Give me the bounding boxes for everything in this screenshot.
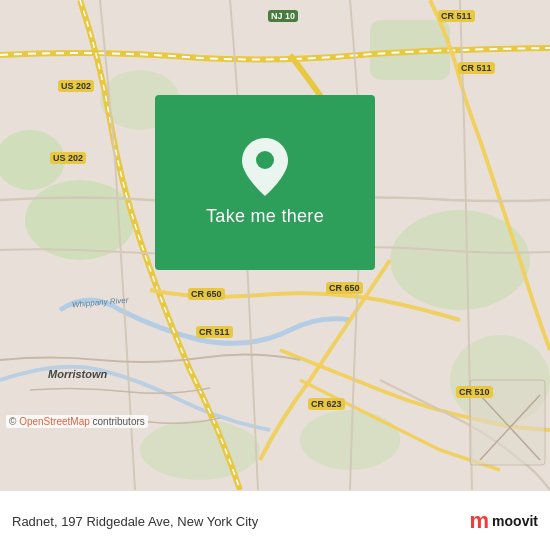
moovit-brand-name: moovit: [492, 513, 538, 529]
map-attribution: © OpenStreetMap contributors: [6, 415, 148, 428]
svg-point-12: [256, 151, 274, 169]
road-label-cr511-bot: CR 511: [196, 326, 233, 338]
moovit-m-letter: m: [470, 508, 490, 534]
openstreetmap-link: OpenStreetMap: [19, 416, 90, 427]
svg-point-7: [140, 420, 260, 480]
road-label-us202-top: US 202: [58, 80, 94, 92]
road-label-cr511-top: CR 511: [438, 10, 475, 22]
road-label-us202-mid: US 202: [50, 152, 86, 164]
road-label-cr510: CR 510: [456, 386, 493, 398]
map-container: NJ 10 NJ 10 CR 511 CR 511 US 202 US 202 …: [0, 0, 550, 490]
address-text: Radnet, 197 Ridgedale Ave, New York City: [12, 514, 258, 529]
location-pin-icon: [240, 138, 290, 198]
take-me-there-button[interactable]: Take me there: [206, 206, 324, 227]
road-label-cr511-right: CR 511: [458, 62, 495, 74]
road-label-nj10-top: NJ 10: [268, 10, 298, 22]
city-label-morristown: Morristown: [48, 368, 107, 380]
address-container: Radnet, 197 Ridgedale Ave, New York City: [12, 512, 470, 530]
take-me-there-panel[interactable]: Take me there: [155, 95, 375, 270]
bottom-bar: Radnet, 197 Ridgedale Ave, New York City…: [0, 490, 550, 550]
moovit-logo: m moovit: [470, 508, 538, 534]
road-label-cr650-left: CR 650: [188, 288, 225, 300]
road-label-cr623: CR 623: [308, 398, 345, 410]
road-label-cr650-right: CR 650: [326, 282, 363, 294]
